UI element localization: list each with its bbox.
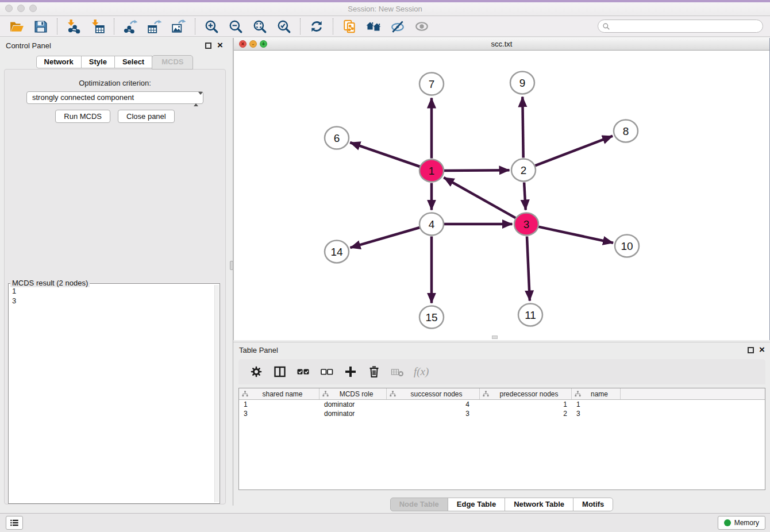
import-network-icon[interactable] bbox=[65, 18, 82, 35]
tab-motifs[interactable]: Motifs bbox=[573, 498, 613, 511]
control-panel-title: Control Panel bbox=[6, 41, 51, 50]
svg-text:2: 2 bbox=[521, 164, 527, 176]
close-panel-icon[interactable]: × bbox=[217, 40, 223, 51]
svg-text:15: 15 bbox=[425, 311, 437, 323]
close-panel-icon[interactable]: × bbox=[759, 344, 765, 356]
tab-edge-table[interactable]: Edge Table bbox=[448, 498, 505, 511]
table-header: shared nameMCDS rolesuccessor nodesprede… bbox=[239, 388, 765, 400]
graph-node-7[interactable]: 7 bbox=[419, 73, 444, 95]
control-panel-tabs: NetworkStyleSelectMCDS bbox=[0, 55, 230, 68]
edge-2-3[interactable] bbox=[524, 183, 526, 210]
function-builder-icon[interactable]: f(x) bbox=[414, 365, 429, 378]
table-panel-header: Table Panel × bbox=[233, 342, 770, 358]
criterion-dropdown[interactable]: strongly connected component bbox=[26, 91, 203, 104]
column-view-icon[interactable] bbox=[272, 364, 287, 379]
tab-style[interactable]: Style bbox=[81, 56, 115, 68]
canvas-splitter-grip[interactable] bbox=[492, 336, 498, 339]
float-panel-icon[interactable] bbox=[205, 43, 211, 49]
open-folder-icon[interactable] bbox=[8, 18, 25, 35]
table-cell: 3 bbox=[572, 409, 621, 418]
table-cell: 4 bbox=[387, 400, 480, 409]
close-panel-button[interactable]: Close panel bbox=[118, 110, 175, 123]
svg-text:10: 10 bbox=[621, 240, 633, 252]
memory-status-icon bbox=[724, 519, 731, 526]
graph-node-2[interactable]: 2 bbox=[511, 159, 536, 182]
delete-table-icon[interactable] bbox=[390, 364, 405, 379]
edge-3-11[interactable] bbox=[527, 237, 530, 301]
double-house-icon[interactable] bbox=[365, 18, 382, 35]
tab-network-table[interactable]: Network Table bbox=[505, 498, 573, 511]
edge-3-1[interactable] bbox=[444, 178, 515, 218]
graph-node-10[interactable]: 10 bbox=[615, 235, 639, 257]
node-table[interactable]: shared nameMCDS rolesuccessor nodesprede… bbox=[238, 388, 765, 490]
graph-node-1[interactable]: 1 bbox=[419, 160, 444, 182]
edge-3-10[interactable] bbox=[538, 227, 613, 243]
graph-node-8[interactable]: 8 bbox=[614, 120, 638, 142]
zoom-selected-icon[interactable] bbox=[275, 18, 292, 35]
task-history-button[interactable] bbox=[6, 516, 23, 530]
graph-node-11[interactable]: 11 bbox=[518, 304, 542, 326]
table-cell: 1 bbox=[480, 400, 572, 409]
window-edge bbox=[0, 0, 770, 2]
select-none-icon[interactable] bbox=[319, 364, 334, 379]
mcds-result-text[interactable]: 1 3 bbox=[10, 286, 214, 502]
table-cell: dominator bbox=[319, 400, 387, 409]
edge-1-2[interactable] bbox=[444, 170, 510, 171]
eye-icon[interactable] bbox=[413, 18, 430, 35]
toolbar-separator bbox=[333, 18, 333, 34]
zoom-fit-icon[interactable] bbox=[251, 18, 268, 35]
memory-label: Memory bbox=[734, 519, 759, 527]
column-header-successor-nodes[interactable]: successor nodes bbox=[387, 388, 480, 399]
add-column-icon[interactable] bbox=[343, 364, 358, 379]
zoom-out-icon[interactable] bbox=[227, 18, 244, 35]
float-panel-icon[interactable] bbox=[748, 347, 754, 353]
search-icon bbox=[602, 22, 610, 30]
tab-select[interactable]: Select bbox=[114, 56, 152, 68]
column-header-name[interactable]: name bbox=[572, 388, 621, 399]
select-all-icon[interactable] bbox=[296, 364, 311, 379]
tab-node-table[interactable]: Node Table bbox=[390, 498, 448, 511]
graph-node-15[interactable]: 15 bbox=[419, 306, 444, 329]
table-body: 1dominator4113dominator323 bbox=[239, 400, 765, 418]
refresh-icon[interactable] bbox=[308, 18, 325, 35]
edge-2-8[interactable] bbox=[535, 136, 613, 166]
table-cell: 3 bbox=[387, 409, 480, 418]
edge-4-14[interactable] bbox=[351, 228, 420, 248]
graph-node-14[interactable]: 14 bbox=[325, 241, 349, 263]
run-mcds-button[interactable]: Run MCDS bbox=[55, 110, 110, 123]
network-graph[interactable]: 7968124314101511 bbox=[234, 51, 769, 340]
search-input[interactable] bbox=[598, 20, 763, 33]
result-scrollbar[interactable] bbox=[214, 285, 219, 502]
zoom-in-icon[interactable] bbox=[203, 18, 220, 35]
edge-2-9[interactable] bbox=[522, 97, 523, 158]
trash-icon[interactable] bbox=[367, 364, 382, 379]
column-header-shared-name[interactable]: shared name bbox=[239, 388, 319, 399]
tab-mcds[interactable]: MCDS bbox=[152, 55, 193, 70]
graph-node-9[interactable]: 9 bbox=[510, 72, 534, 94]
export-image-icon[interactable] bbox=[170, 18, 187, 35]
hide-eye-icon[interactable] bbox=[389, 18, 406, 35]
gear-icon[interactable] bbox=[249, 364, 264, 379]
network-view-window: × - + scc.txt 7968124314101511 bbox=[233, 38, 770, 340]
table-toolbar: f(x) bbox=[238, 359, 765, 384]
network-canvas[interactable]: 7968124314101511 bbox=[234, 51, 769, 340]
network-window-titlebar[interactable]: × - + scc.txt bbox=[234, 38, 769, 51]
graph-node-3[interactable]: 3 bbox=[514, 213, 538, 236]
clone-network-icon[interactable] bbox=[341, 18, 358, 35]
graph-node-4[interactable]: 4 bbox=[419, 213, 444, 236]
export-table-icon[interactable] bbox=[146, 18, 163, 35]
edge-1-6[interactable] bbox=[350, 142, 420, 167]
column-header-MCDS-role[interactable]: MCDS role bbox=[319, 388, 387, 399]
tab-network[interactable]: Network bbox=[36, 56, 82, 68]
table-row[interactable]: 1dominator411 bbox=[239, 400, 765, 409]
column-header-predecessor-nodes[interactable]: predecessor nodes bbox=[480, 388, 572, 399]
graph-node-6[interactable]: 6 bbox=[325, 127, 349, 149]
memory-button[interactable]: Memory bbox=[718, 516, 765, 530]
save-icon[interactable] bbox=[32, 18, 49, 35]
list-icon bbox=[9, 518, 20, 528]
control-panel-header: Control Panel × bbox=[0, 38, 230, 54]
import-table-icon[interactable] bbox=[89, 18, 106, 35]
export-network-icon[interactable] bbox=[122, 18, 139, 35]
svg-text:8: 8 bbox=[623, 125, 629, 137]
table-row[interactable]: 3dominator323 bbox=[239, 409, 765, 418]
